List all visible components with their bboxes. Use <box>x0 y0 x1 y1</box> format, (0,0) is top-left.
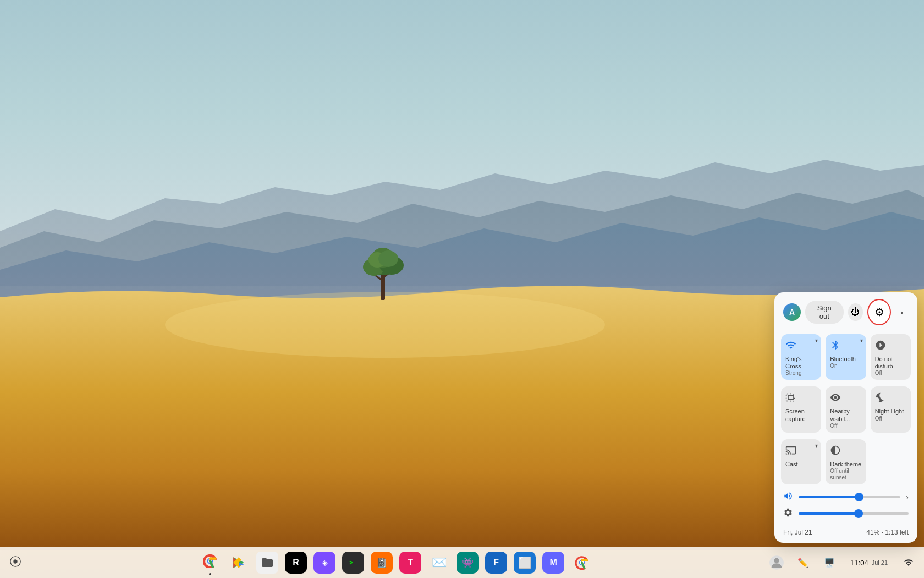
taskbar-app-files2[interactable]: F <box>483 549 509 576</box>
qs-tiles-row3: Cast ▾ Dark theme Off until sunset <box>774 437 917 489</box>
svg-point-12 <box>13 559 17 563</box>
taskbar-app-chrome2[interactable] <box>569 549 595 576</box>
cast-label: Cast <box>785 461 798 468</box>
quick-settings-panel: A Sign out ⏻ ⚙ › King's Cross Strong ▾ <box>774 292 917 543</box>
launcher-button[interactable] <box>4 552 26 574</box>
darktheme-sublabel: Off until sunset <box>830 468 861 481</box>
social-icon: M <box>542 552 564 574</box>
files-icon <box>256 552 278 574</box>
nearbyshare-tile[interactable]: Nearby visibil... Off <box>826 386 866 432</box>
wifi-sublabel: Strong <box>785 370 801 377</box>
replit-icon: R <box>285 552 307 574</box>
nightlight-sublabel: Off <box>875 416 882 422</box>
power-icon: ⏻ <box>851 307 860 317</box>
taskbar: R ◈ >_ 📓 T ✉️ 👾 F ⬜ <box>0 547 924 578</box>
wifi-dropdown-icon: ▾ <box>815 337 818 343</box>
playstore-icon <box>228 552 250 574</box>
taskbar-app-social[interactable]: M <box>540 549 566 576</box>
taskbar-app-game[interactable]: 👾 <box>454 549 481 576</box>
bluetooth-label: Bluetooth <box>830 356 855 363</box>
terminal-icon: >_ <box>342 552 364 574</box>
status-date: Jul 21 <box>872 559 888 566</box>
qs-header: A Sign out ⏻ ⚙ › <box>774 292 917 332</box>
taskbar-app-mail[interactable]: ✉️ <box>426 549 452 576</box>
qs-tiles-row2: Screen capture Nearby visibil... Off Nig… <box>774 384 917 437</box>
chrome-dot <box>209 573 211 575</box>
volume-row: › <box>783 491 909 503</box>
taskbar-app-crostini[interactable]: ◈ <box>311 549 338 576</box>
dnd-label: Do not disturb <box>875 356 906 370</box>
browser2-icon: ⬜ <box>514 552 536 574</box>
brightness-icon <box>783 508 793 520</box>
darktheme-label: Dark theme <box>830 461 861 468</box>
wifi-tile[interactable]: King's Cross Strong ▾ <box>781 334 821 380</box>
power-button[interactable]: ⏻ <box>848 303 864 321</box>
svg-point-1 <box>165 292 605 358</box>
brightness-row <box>783 508 909 520</box>
nearbyshare-label: Nearby visibil... <box>830 408 861 422</box>
taskbar-app-chrome[interactable] <box>197 548 223 577</box>
volume-slider[interactable] <box>799 496 900 498</box>
taskbar-left <box>4 552 26 574</box>
chevron-right-icon: › <box>901 308 903 317</box>
screencapture-label: Screen capture <box>785 408 817 422</box>
display-icon[interactable]: 🖥️ <box>818 552 840 574</box>
bluetooth-tile[interactable]: Bluetooth On ▾ <box>826 334 866 380</box>
game-icon: 👾 <box>457 552 479 574</box>
svg-point-10 <box>378 250 398 267</box>
nightlight-icon <box>875 392 886 406</box>
darktheme-icon <box>830 445 841 459</box>
qs-footer: Fri, Jul 21 41% · 1:13 left <box>774 526 917 536</box>
launcher-icon <box>9 555 21 570</box>
expand-button[interactable]: › <box>895 304 909 320</box>
taskbar-user-icon[interactable] <box>766 552 788 574</box>
taskbar-app-notebook[interactable]: 📓 <box>369 549 395 576</box>
sign-out-button[interactable]: Sign out <box>805 301 844 324</box>
chrome-icon <box>199 550 221 572</box>
nearbyshare-icon <box>830 392 841 406</box>
wifi-label: King's Cross <box>785 356 817 370</box>
volume-icon <box>783 491 793 503</box>
taskbar-app-browser2[interactable]: ⬜ <box>512 549 538 576</box>
nightlight-tile[interactable]: Night Light Off <box>871 386 911 432</box>
cast-tile[interactable]: Cast ▾ <box>781 439 821 484</box>
status-time: 11:04 <box>850 559 868 567</box>
taskbar-app-terminal[interactable]: >_ <box>340 549 366 576</box>
volume-expand-icon[interactable]: › <box>906 493 909 501</box>
taskbar-app-replit[interactable]: R <box>283 549 309 576</box>
nightlight-label: Night Light <box>875 408 904 415</box>
status-area[interactable]: 11:04 Jul 21 <box>845 557 893 569</box>
screencapture-tile[interactable]: Screen capture <box>781 386 821 432</box>
settings-icon: ⚙ <box>875 306 884 319</box>
chrome2-icon <box>571 552 593 574</box>
wifi-icon <box>785 340 796 353</box>
qs-date: Fri, Jul 21 <box>783 528 812 536</box>
dnd-tile[interactable]: Do not disturb Off <box>871 334 911 380</box>
qs-tiles-row1: King's Cross Strong ▾ Bluetooth On ▾ Do … <box>774 332 917 384</box>
t-app-icon: T <box>399 552 421 574</box>
dnd-sublabel: Off <box>875 370 882 377</box>
nearbyshare-sublabel: Off <box>830 423 837 429</box>
screencapture-icon <box>785 392 796 406</box>
brightness-slider[interactable] <box>799 512 909 515</box>
taskbar-right: ✏️ 🖥️ 11:04 Jul 21 <box>766 552 920 574</box>
taskbar-app-files[interactable] <box>254 549 280 576</box>
qs-battery: 41% · 1:13 left <box>866 528 909 536</box>
notebook-icon: 📓 <box>371 552 393 574</box>
taskbar-app-t[interactable]: T <box>397 549 424 576</box>
taskbar-wifi-icon[interactable] <box>898 552 920 574</box>
settings-button[interactable]: ⚙ <box>867 299 890 325</box>
bluetooth-dropdown-icon: ▾ <box>860 337 863 343</box>
avatar: A <box>783 303 801 321</box>
mail-icon: ✉️ <box>428 552 450 574</box>
qs-sliders: › <box>774 489 917 526</box>
taskbar-app-playstore[interactable] <box>226 549 252 576</box>
bluetooth-icon <box>830 340 841 353</box>
pen-icon[interactable]: ✏️ <box>792 552 814 574</box>
crostini-icon: ◈ <box>314 552 336 574</box>
bluetooth-sublabel: On <box>830 363 837 369</box>
darktheme-tile[interactable]: Dark theme Off until sunset <box>826 439 866 484</box>
f-app-icon: F <box>485 552 507 574</box>
dnd-icon <box>875 340 886 353</box>
taskbar-center: R ◈ >_ 📓 T ✉️ 👾 F ⬜ <box>26 548 766 577</box>
